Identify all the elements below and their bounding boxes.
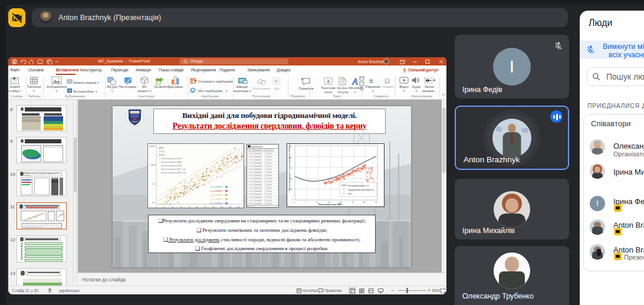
- svg-text:20: 20: [237, 206, 239, 208]
- svg-text:6: 6: [180, 206, 182, 208]
- svg-text:A: A: [326, 78, 330, 84]
- svg-text:π: π: [369, 77, 373, 85]
- svg-text:Компоненти: Компоненти: [251, 146, 262, 148]
- svg-text:0: 0: [294, 201, 295, 204]
- svg-text:2: 2: [164, 206, 165, 208]
- svg-text:— Експоненціальна (ВГУ_год): — Експоненціальна (ВГУ_год): [159, 168, 186, 170]
- svg-text:■ ВГВ: ■ ВГВ: [159, 154, 165, 156]
- svg-text:5: 5: [305, 201, 307, 204]
- svg-text:0.1: 0.1: [152, 202, 155, 204]
- svg-text:— Експоненціальна (ВГУ): — Експоненціальна (ВГУ): [159, 158, 182, 160]
- svg-text:y = 0.0388e⁰⁶ⁱ⁹⁷⁳: y = 0.0388e⁰⁶ⁱ⁹⁷⁳: [211, 198, 228, 201]
- svg-text:— Експоненціальна (ВГВ_інш): — Експоненціальна (ВГВ_інш): [159, 172, 186, 174]
- svg-text:14: 14: [212, 206, 215, 208]
- svg-text:Гідродинамічні дослідження: Гідродинамічні дослідження: [348, 189, 374, 191]
- svg-text:4: 4: [172, 206, 173, 208]
- svg-text:y = 0.0312e⁰⁶ⁱ⁹⁷⁳: y = 0.0312e⁰⁶ⁱ⁹⁷⁳: [211, 186, 228, 188]
- svg-text:35: 35: [375, 201, 377, 204]
- svg-text:Ω: Ω: [385, 77, 390, 85]
- svg-text:КГФ: КГФ: [348, 193, 352, 195]
- svg-text:A: A: [351, 77, 358, 86]
- svg-text:10: 10: [196, 206, 198, 208]
- svg-text:0: 0: [292, 199, 293, 201]
- svg-text:Пластовий тиск, МПа: Пластовий тиск, МПа: [318, 204, 343, 206]
- svg-text:y = 0.0350e⁰⁶ⁱ⁹⁷⁳: y = 0.0350e⁰⁶ⁱ⁹⁷⁳: [211, 202, 228, 205]
- svg-text:16: 16: [221, 206, 223, 208]
- svg-text:— Експоненціальна (ВГВ): — Експоненціальна (ВГВ): [159, 165, 182, 167]
- svg-text:— Експоненціальна (ВГД): — Експоненціальна (ВГД): [159, 161, 182, 163]
- svg-text:1000.0: 1000.0: [149, 145, 155, 147]
- svg-text:25: 25: [351, 201, 354, 204]
- svg-text:Фактор урахування С₁ в пластов: Фактор урахування С₁ в пластовому газі, …: [288, 143, 291, 191]
- svg-text:y = 0.0486e⁰⁶ⁱ⁹⁷⁳: y = 0.0486e⁰⁶ⁱ⁹⁷⁳: [211, 190, 228, 192]
- svg-text:1.0: 1.0: [152, 183, 155, 185]
- svg-text:y = 0.0214e⁰⁶ⁱ⁹⁷⁳: y = 0.0214e⁰⁶ⁱ⁹⁷⁳: [211, 194, 228, 196]
- svg-text:12: 12: [204, 206, 206, 208]
- svg-text:Посадовий модуль СЗ: Посадовий модуль СЗ: [348, 185, 369, 187]
- svg-text:100.0: 100.0: [150, 164, 156, 166]
- svg-text:18: 18: [229, 206, 231, 208]
- svg-text:8: 8: [189, 206, 190, 208]
- svg-text:0: 0: [156, 206, 157, 208]
- svg-text:■ ВГУ: ■ ВГУ: [159, 147, 165, 149]
- svg-text:■ ВГД: ■ ВГД: [159, 150, 165, 153]
- svg-text:30: 30: [363, 201, 366, 204]
